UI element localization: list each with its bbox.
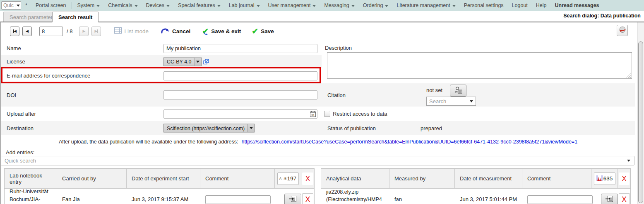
user-list-icon [454, 86, 463, 95]
dialog-title: Search dialog: Data publication [563, 13, 641, 19]
select-user-button[interactable] [450, 85, 466, 97]
lab-entry-value: Ruhr-Universität Bochum/JIA-2208 [5, 188, 57, 204]
last-record-button[interactable]: ▶ [91, 27, 101, 36]
tab-search-result[interactable]: Search result [52, 12, 99, 22]
publication-url-link[interactable]: https://sciflection.com/startUseCase?use… [242, 139, 578, 145]
menu-item-logout[interactable]: Logout [508, 0, 532, 11]
remove-all-entries-button[interactable]: X [302, 172, 313, 185]
vertical-scrollbar[interactable] [637, 22, 644, 204]
record-total-label: / 8 [67, 28, 72, 34]
menu-item-unread-messages[interactable]: Unread messages [551, 0, 603, 11]
measured-by-value: fan [389, 196, 455, 204]
remove-row-button[interactable]: X [619, 193, 630, 204]
cancel-button[interactable]: Cancel [161, 27, 190, 35]
row-comment-input[interactable] [205, 195, 271, 204]
analytical-table-header: Analytical data Measured by Date of meas… [321, 169, 630, 189]
grid-icon [114, 27, 122, 35]
menu-item-special-features[interactable]: Special features [174, 0, 225, 11]
chevron-down-icon [452, 5, 456, 7]
menu-item-literature-management[interactable]: Literature management [392, 0, 459, 11]
doi-input[interactable] [163, 90, 317, 100]
menu-item-devices[interactable]: Devices [142, 0, 174, 11]
chevron-down-icon[interactable] [623, 160, 634, 162]
toolbar: ◀ ◀ / 8 ▶ ▶ List mode Cancel ✔ Save & ex… [1, 22, 637, 40]
carried-out-by-value: Fan Jia [57, 196, 127, 204]
lab-table-header: Lab notebook entry Carried out by Date o… [5, 169, 314, 189]
goto-entry-icon [606, 195, 613, 204]
entry-count-badge[interactable]: A→B 197 [277, 172, 299, 185]
menu-item-messaging[interactable]: Messaging [320, 0, 358, 11]
menu-item-system[interactable]: System [73, 0, 104, 11]
world-icon [619, 26, 626, 35]
description-textarea[interactable] [327, 52, 632, 79]
publish-web-button[interactable] [617, 25, 628, 36]
check-icon: ✔ [252, 27, 258, 35]
scrollbar-thumb[interactable] [638, 41, 643, 203]
email-input[interactable] [163, 71, 317, 80]
restrict-access-label: Restrict access to data [333, 111, 387, 117]
license-label: License [7, 58, 25, 65]
row-comment-input[interactable] [527, 195, 593, 204]
remove-row-button[interactable]: X [302, 193, 313, 204]
quick-search-input[interactable] [1, 156, 623, 165]
previous-record-button[interactable]: ◀ [22, 27, 32, 36]
chevron-down-icon [135, 5, 138, 7]
list-mode-button[interactable]: List mode [114, 27, 149, 35]
delete-x-icon: X [305, 175, 310, 182]
license-select[interactable]: CC-BY 4.0 [163, 57, 202, 66]
tab-bar: Search parameters Search result [0, 11, 644, 22]
header-carried-out-by: Carried out by [57, 169, 127, 188]
header-date-of-measurement: Date of measurement [455, 169, 522, 188]
menu-item-chemicals[interactable]: Chemicals [104, 0, 142, 11]
external-link-icon[interactable] [203, 59, 209, 65]
analytical-data-value: jia2208.ely.zip (Electrochemistry/HMP404… [321, 188, 389, 204]
header-date-experiment-start: Date of experiment start [127, 169, 200, 188]
analytical-data-table: Analytical data Measured by Date of meas… [321, 168, 631, 204]
menu-item-lab-journal[interactable]: Lab journal [225, 0, 264, 11]
open-entry-button[interactable] [601, 194, 618, 204]
a-to-b-icon: A→B [279, 177, 286, 180]
record-number-input[interactable] [39, 27, 63, 36]
save-button[interactable]: ✔ Save [252, 27, 274, 35]
citation-value: not set [426, 87, 442, 93]
menu-item-ordering[interactable]: Ordering [359, 0, 393, 11]
upload-after-input[interactable] [163, 109, 317, 119]
analytical-count-badge[interactable]: 635 [594, 172, 615, 185]
restrict-access-checkbox[interactable] [324, 111, 330, 117]
status-value: prepared [421, 125, 442, 131]
chevron-down-icon [351, 5, 355, 7]
header-comment: Comment [522, 169, 591, 188]
lab-notebook-table: Lab notebook entry Carried out by Date o… [4, 168, 315, 204]
chevron-down-icon [217, 5, 221, 7]
open-entry-button[interactable] [284, 194, 301, 204]
menu-item-help[interactable]: Help [532, 0, 551, 11]
menu-separator [72, 2, 72, 9]
first-record-button[interactable]: ◀ [10, 27, 19, 36]
doi-label: DOI [7, 92, 16, 98]
chevron-down-icon [15, 2, 21, 9]
destination-select[interactable]: Sciflection (https://sciflection.com) [163, 124, 255, 133]
chevron-down-icon [248, 124, 254, 132]
table-row: Ruhr-Universität Bochum/JIA-2208 Fan Jia… [5, 189, 314, 204]
chevron-down-icon [257, 5, 260, 7]
delete-x-icon: X [305, 196, 310, 203]
remove-all-entries-button[interactable]: X [619, 172, 630, 185]
delete-x-icon: X [622, 175, 627, 182]
table-row: jia2208.ely.zip (Electrochemistry/HMP404… [321, 189, 630, 204]
quick-search-combobox [1, 156, 634, 165]
name-input[interactable] [163, 44, 317, 53]
chevron-down-icon [312, 5, 316, 7]
save-and-exit-button[interactable]: ✔ Save & exit [202, 27, 241, 35]
menu-item-star[interactable]: * [21, 0, 31, 11]
menu-item-personal-settings[interactable]: Personal settings [460, 0, 508, 11]
header-comment: Comment [200, 169, 275, 188]
header-measured-by: Measured by [389, 169, 455, 188]
add-entries-label: Add entries: [6, 149, 34, 155]
citation-search-select[interactable]: Search [426, 97, 476, 106]
menu-item-portal-screen[interactable]: Portal screen [31, 0, 70, 11]
next-record-button[interactable]: ▶ [79, 27, 89, 36]
quick-access-select[interactable]: Quic [1, 1, 21, 10]
menu-item-user-management[interactable]: User management [264, 0, 320, 11]
calendar-icon[interactable]: 31 [310, 111, 316, 117]
destination-label: Destination [7, 125, 34, 131]
